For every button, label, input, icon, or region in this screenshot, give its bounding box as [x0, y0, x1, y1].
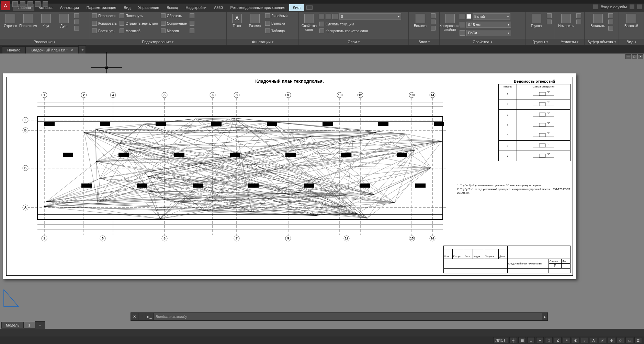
doc-min-icon[interactable]: — [625, 54, 631, 59]
drawing-area[interactable]: — □ ✕ Кладочный план техподполья. 124568… [0, 54, 644, 329]
draw-extra-1[interactable] [74, 13, 80, 19]
file-tab-start[interactable]: Начало [2, 46, 25, 54]
status-clean-icon[interactable]: ▭ [625, 337, 633, 343]
stretch-button[interactable]: Растянуть [91, 28, 117, 34]
mod-extra2[interactable] [189, 21, 195, 26]
move-button[interactable]: Перенести [91, 13, 117, 19]
clip-extra3[interactable] [608, 25, 614, 31]
command-line[interactable]: ✕ ⋮ ▸_ Введите команду ▴ [131, 312, 548, 321]
linetype-combo[interactable]: ПоСл... [466, 30, 511, 36]
text-button[interactable]: AТекст [229, 13, 245, 28]
color-combo[interactable]: Белый [473, 13, 510, 20]
qat-redo-icon[interactable] [43, 1, 48, 7]
add-layout-button[interactable]: ＋ [35, 321, 45, 329]
status-grid-icon[interactable]: ┼ [509, 337, 517, 343]
dimension-button[interactable]: Размер [247, 13, 263, 28]
status-qp-icon[interactable]: ⌕ [581, 337, 588, 343]
status-lwt-icon[interactable]: ≡ [563, 337, 570, 343]
tab-model[interactable]: Модель [1, 322, 24, 329]
help-icon[interactable] [637, 4, 642, 9]
table-button[interactable]: Таблица [264, 28, 288, 34]
block-extra3[interactable] [430, 25, 436, 31]
close-tab-icon[interactable]: ✕ [70, 48, 73, 52]
qat-save-icon[interactable] [27, 1, 33, 7]
exchange-icon[interactable] [630, 4, 634, 9]
scale-button[interactable]: Масштаб [119, 28, 159, 34]
command-input[interactable]: Введите команду [154, 313, 542, 320]
circle-button[interactable]: Круг [38, 13, 54, 28]
cmd-history-icon[interactable]: ▴ [542, 315, 547, 319]
grp-extra1[interactable] [546, 13, 552, 19]
polyline-button[interactable]: Полилиния [20, 13, 36, 28]
qat-undo-icon[interactable] [35, 1, 41, 7]
cmd-close-icon[interactable]: ✕ [131, 313, 138, 320]
layer-freeze-icon[interactable] [326, 14, 331, 19]
tab-view[interactable]: Вид [120, 4, 134, 11]
panel-clip-title[interactable]: Буфер обмена [585, 39, 619, 45]
clip-extra2[interactable] [608, 19, 614, 25]
qat-open-icon[interactable] [20, 1, 25, 7]
status-snap-icon[interactable]: ▦ [518, 337, 526, 343]
sign-in-link[interactable]: Вход в службы [601, 5, 627, 9]
draw-extra-2[interactable] [74, 19, 80, 25]
status-iso-icon[interactable]: ◇ [617, 337, 624, 343]
file-tab-doc[interactable]: Кладочный план т.п.*✕ [25, 46, 78, 54]
user-icon[interactable] [593, 4, 598, 9]
tab-annot[interactable]: Аннотации [57, 4, 82, 11]
panel-modify-title[interactable]: Редактирование [89, 39, 226, 45]
panel-draw-title[interactable]: Рисование [0, 39, 89, 45]
util-extra2[interactable] [576, 19, 582, 25]
arc-button[interactable]: Дуга [56, 13, 72, 28]
tab-layout1[interactable]: 1 [24, 322, 35, 329]
mirror-button[interactable]: Отразить зеркально [119, 21, 159, 26]
lineweight-combo[interactable]: 0.15 мм [466, 22, 511, 28]
measure-button[interactable]: Измерить [558, 13, 574, 28]
paste-button[interactable]: Вставить [590, 13, 606, 28]
status-transp-icon[interactable]: ◐ [572, 337, 579, 343]
layer-combo[interactable]: 0 [339, 13, 401, 20]
tab-featured[interactable]: Рекомендованные приложения [227, 4, 289, 11]
line-button[interactable]: Отрезок [2, 13, 19, 28]
status-custom-icon[interactable]: ≣ [634, 337, 642, 343]
grp-extra2[interactable] [546, 19, 552, 25]
status-space[interactable]: ЛИСТ [493, 337, 508, 343]
clip-extra1[interactable] [608, 13, 614, 19]
panel-annot-title[interactable]: Аннотации [227, 39, 298, 45]
fillet-button[interactable]: Сопряжение [160, 21, 188, 26]
dim-linear-button[interactable]: Линейный [264, 13, 288, 19]
util-extra1[interactable] [576, 13, 582, 19]
tab-manage[interactable]: Управление [135, 4, 162, 11]
block-extra1[interactable] [430, 13, 436, 19]
tab-a360[interactable]: A360 [211, 4, 226, 11]
group-button[interactable]: Группа [528, 13, 545, 28]
status-polar-icon[interactable]: ✦ [536, 337, 544, 343]
layer-on-icon[interactable] [319, 14, 324, 19]
copy-button[interactable]: Копировать [91, 21, 117, 26]
doc-close-icon[interactable]: ✕ [638, 54, 643, 59]
array-button[interactable]: Массив [160, 28, 188, 34]
make-current-button[interactable]: Сделать текущим [319, 21, 406, 27]
status-ws-icon[interactable]: ⚙ [608, 337, 615, 343]
tab-param[interactable]: Параметризация [83, 4, 120, 11]
status-otrack-icon[interactable]: ∠ [554, 337, 562, 343]
panel-view-title[interactable]: Вид [619, 39, 644, 45]
app-menu-button[interactable]: A [1, 1, 10, 10]
ribbon-minimize-icon[interactable] [306, 5, 313, 10]
status-osnap-icon[interactable]: □ [545, 337, 553, 343]
panel-block-title[interactable]: Блок [409, 39, 439, 45]
panel-props-title[interactable]: Свойства [440, 39, 525, 45]
insert-block-button[interactable]: Вставка [412, 13, 429, 28]
tab-layout[interactable]: Лист [289, 4, 304, 11]
qat-new-icon[interactable] [12, 1, 18, 7]
tab-addins[interactable]: Надстройки [182, 4, 210, 11]
block-extra2[interactable] [430, 19, 436, 25]
match-props-button[interactable]: Копирование свойств [442, 13, 458, 32]
layer-props-button[interactable]: Свойства слоя [301, 13, 317, 32]
mod-extra1[interactable] [189, 13, 195, 19]
baseview-button[interactable]: Базовый [623, 13, 640, 28]
panel-layers-title[interactable]: Слои [299, 39, 408, 45]
cmd-recent-icon[interactable]: ▸_ [146, 313, 154, 320]
status-annoscale-icon[interactable]: A [590, 337, 597, 343]
leader-button[interactable]: Выноска [264, 21, 288, 26]
panel-utils-title[interactable]: Утилиты [555, 39, 584, 45]
